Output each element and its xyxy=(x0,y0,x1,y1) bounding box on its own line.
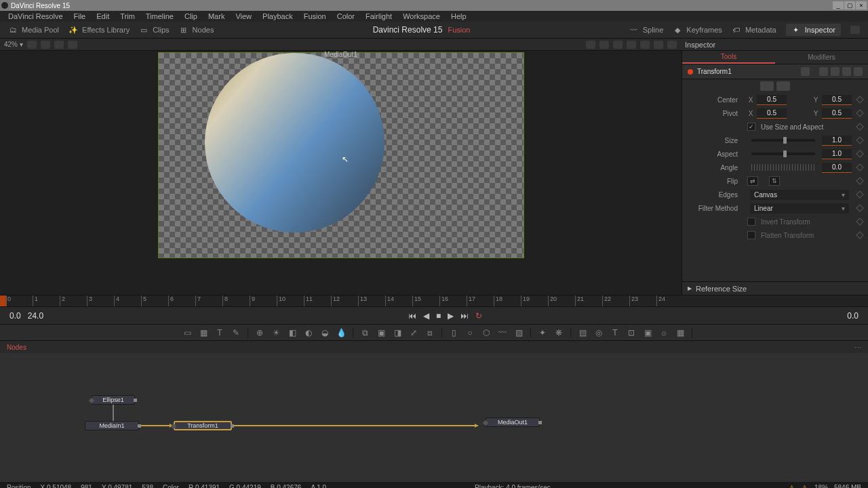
tool-brightness[interactable]: ☀ xyxy=(271,328,281,338)
tool-particles[interactable]: ✦ xyxy=(538,328,547,338)
loop-button[interactable]: ↻ xyxy=(475,311,482,321)
menu-playback[interactable]: Playback xyxy=(257,12,298,20)
menu-timeline[interactable]: Timeline xyxy=(140,12,179,20)
go-start-button[interactable]: ⏮ xyxy=(408,311,416,321)
tool-colorcorrector[interactable]: ◐ xyxy=(304,328,313,338)
go-end-button[interactable]: ⏭ xyxy=(460,311,469,321)
panel-keyframes[interactable]: ◆Keyframes xyxy=(673,26,722,34)
node-input-port[interactable] xyxy=(483,420,488,426)
filter-keyframe[interactable] xyxy=(856,204,863,211)
tool-merge-3d[interactable]: ⊡ xyxy=(627,328,636,338)
viewer-guide-1[interactable] xyxy=(586,41,595,49)
flatten-checkbox[interactable] xyxy=(747,231,755,239)
panel-nodes[interactable]: ⊞Nodes xyxy=(179,26,214,34)
node-pin-button[interactable] xyxy=(819,67,828,76)
tool-resize[interactable]: ⤢ xyxy=(409,328,418,338)
tool-polygon-mask[interactable]: ⬡ xyxy=(481,328,491,338)
node-graph[interactable]: Ellipse1 MediaIn1 Transform1 MediaOut1 xyxy=(0,353,868,482)
menu-mark[interactable]: Mark xyxy=(203,12,230,20)
panel-effects-library[interactable]: ✨Effects Library xyxy=(68,26,130,34)
size-keyframe[interactable] xyxy=(856,136,863,144)
viewer-opt-4[interactable] xyxy=(68,41,77,49)
viewer-guide-3[interactable] xyxy=(613,41,623,49)
tool-text[interactable]: T xyxy=(215,328,224,338)
viewer-guide-2[interactable] xyxy=(599,41,609,49)
nodes-panel-menu[interactable]: ⋯ xyxy=(854,344,861,351)
filter-dropdown[interactable]: Linear xyxy=(750,203,849,214)
maximize-button[interactable]: ▢ xyxy=(844,1,855,9)
tool-crop[interactable]: ⧈ xyxy=(425,328,435,338)
mode-settings-button[interactable] xyxy=(776,81,790,91)
flip-vertical-button[interactable]: ⇅ xyxy=(769,176,780,186)
tab-tools[interactable]: Tools xyxy=(682,51,775,64)
tool-channel[interactable]: ◧ xyxy=(288,328,297,338)
edges-keyframe[interactable] xyxy=(856,190,863,198)
node-output-port[interactable] xyxy=(538,421,542,424)
panel-clips[interactable]: ▭Clips xyxy=(139,26,169,34)
warning-1-icon[interactable]: ⚠ xyxy=(789,484,795,489)
center-keyframe[interactable] xyxy=(856,96,863,103)
aspect-slider[interactable] xyxy=(751,152,815,155)
tool-ellipse-mask[interactable]: ○ xyxy=(465,328,475,338)
close-button[interactable]: × xyxy=(856,1,867,9)
angle-dial[interactable] xyxy=(751,164,815,171)
tool-hue[interactable]: ◒ xyxy=(320,328,330,338)
tool-text-3d[interactable]: T xyxy=(610,328,620,338)
viewer-zoom-dropdown[interactable]: 42% ▾ xyxy=(4,41,23,48)
stop-button[interactable]: ■ xyxy=(436,311,441,321)
center-y-input[interactable] xyxy=(822,95,852,105)
menu-trim[interactable]: Trim xyxy=(115,12,140,20)
node-settings-button[interactable] xyxy=(854,67,863,76)
use-size-checkbox[interactable] xyxy=(747,123,755,131)
tool-light-3d[interactable]: ☼ xyxy=(659,328,669,338)
menu-view[interactable]: View xyxy=(230,12,257,20)
transform-center-handle[interactable]: ↖ xyxy=(342,155,349,164)
invert-checkbox[interactable] xyxy=(747,218,755,226)
minimize-button[interactable]: _ xyxy=(833,1,844,9)
node-output-port[interactable] xyxy=(134,399,137,402)
step-back-button[interactable]: ◀ xyxy=(423,311,429,321)
viewer-guide-5[interactable] xyxy=(640,41,650,49)
menu-file[interactable]: File xyxy=(68,12,92,20)
tool-bitmap-mask[interactable]: ▨ xyxy=(514,328,524,338)
tool-paint[interactable]: ✎ xyxy=(231,328,241,338)
viewer-guide-4[interactable] xyxy=(627,41,636,49)
angle-keyframe[interactable] xyxy=(856,163,863,171)
current-frame[interactable]: 0.0 xyxy=(847,311,859,321)
flatten-keyframe[interactable] xyxy=(856,231,863,239)
pivot-keyframe[interactable] xyxy=(856,109,863,117)
menu-edit[interactable]: Edit xyxy=(91,12,115,20)
tool-image-3d[interactable]: ▤ xyxy=(578,328,587,338)
panel-metadata[interactable]: 🏷Metadata xyxy=(732,26,776,34)
node-mediaout1[interactable]: MediaOut1 xyxy=(486,418,540,427)
node-lock-button[interactable] xyxy=(842,67,851,76)
node-input-port[interactable] xyxy=(171,424,176,429)
tool-particle-render[interactable]: ❋ xyxy=(554,328,564,338)
edges-dropdown[interactable]: Canvas xyxy=(750,190,849,200)
tool-fastnoise[interactable]: ▦ xyxy=(199,328,208,338)
timeline-ruler[interactable]: 0123456789101112131415161718192021222324 xyxy=(0,295,868,307)
viewer-opt-3[interactable] xyxy=(54,41,64,49)
panel-media-pool[interactable]: 🗂Media Pool xyxy=(8,26,59,34)
menu-fusion[interactable]: Fusion xyxy=(298,12,332,20)
node-reset-button[interactable] xyxy=(831,67,840,76)
menu-help[interactable]: Help xyxy=(446,12,472,20)
menu-workspace[interactable]: Workspace xyxy=(397,12,446,20)
tool-shape-3d[interactable]: ◎ xyxy=(594,328,604,338)
tool-matte[interactable]: ▣ xyxy=(376,328,386,338)
node-input-port[interactable] xyxy=(89,398,94,403)
warning-2-icon[interactable]: ⚠ xyxy=(802,484,808,489)
panel-spline[interactable]: 〰Spline xyxy=(629,26,664,34)
tool-merge[interactable]: ⧉ xyxy=(360,328,370,338)
menu-color[interactable]: Color xyxy=(332,12,360,20)
menu-app[interactable]: DaVinci Resolve xyxy=(3,12,68,20)
panel-inspector[interactable]: ✦Inspector xyxy=(786,24,841,36)
viewer-guide-6[interactable] xyxy=(654,41,663,49)
tab-modifiers[interactable]: Modifiers xyxy=(775,51,868,64)
tool-render-3d[interactable]: ▦ xyxy=(675,328,685,338)
panel-expand-button[interactable] xyxy=(850,26,860,34)
tool-tracker[interactable]: ⊕ xyxy=(255,328,264,338)
reference-size-header[interactable]: ▶ Reference Size xyxy=(682,281,868,295)
play-button[interactable]: ▶ xyxy=(448,311,454,321)
tool-transform[interactable]: ◨ xyxy=(393,328,402,338)
